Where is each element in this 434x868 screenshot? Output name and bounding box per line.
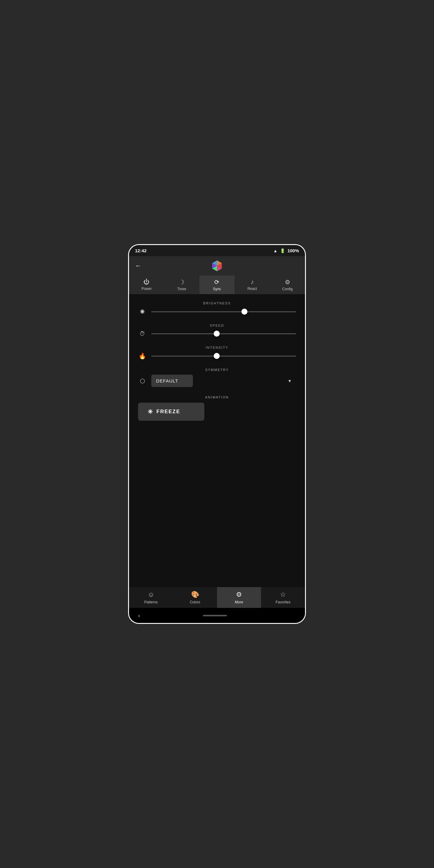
main-content: BRIGHTNESS ✺ SPEED ⏱ INTENSITY 🔥 SYMMETR xyxy=(129,294,305,587)
colors-label: Colors xyxy=(190,600,200,604)
intensity-control: INTENSITY 🔥 xyxy=(138,346,296,360)
speed-icon: ⏱ xyxy=(138,330,147,337)
symmetry-dropdown-wrapper: DEFAULT NONE HORIZONTAL VERTICAL QUAD ▼ xyxy=(151,375,296,387)
brightness-icon: ✺ xyxy=(138,308,147,315)
battery-percent: 100% xyxy=(287,248,299,253)
intensity-slider-row: 🔥 xyxy=(138,352,296,360)
top-nav: ← xyxy=(129,256,305,276)
bottom-nav: ☺ Patterns 🎨 Colors ⚙ More ☆ Favorites xyxy=(129,587,305,608)
sync-icon: ⟳ xyxy=(214,278,219,286)
intensity-label: INTENSITY xyxy=(138,346,296,349)
back-button[interactable]: ← xyxy=(135,262,142,270)
brightness-slider[interactable] xyxy=(151,311,296,312)
tab-power-label: Power xyxy=(141,287,152,291)
tab-timer[interactable]: ☽ Timer xyxy=(164,276,199,294)
bottom-nav-more[interactable]: ⚙ More xyxy=(217,587,261,608)
animation-label: ANIMATION xyxy=(138,396,296,399)
freeze-label: FREEZE xyxy=(156,409,180,415)
system-back-icon[interactable]: ‹ xyxy=(138,612,140,619)
tab-power[interactable]: ⏻ Power xyxy=(129,276,164,294)
intensity-slider[interactable] xyxy=(151,355,296,356)
symmetry-control: SYMMETRY ⬡ DEFAULT NONE HORIZONTAL VERTI… xyxy=(138,368,296,387)
symmetry-dropdown-row: ⬡ DEFAULT NONE HORIZONTAL VERTICAL QUAD … xyxy=(138,375,296,387)
tab-react[interactable]: ♪ React xyxy=(235,276,270,294)
brightness-slider-row: ✺ xyxy=(138,308,296,315)
battery-icon: 🔋 xyxy=(280,248,285,253)
config-icon: ⚙ xyxy=(285,278,290,286)
home-indicator[interactable] xyxy=(203,615,227,616)
patterns-label: Patterns xyxy=(144,600,158,604)
patterns-icon: ☺ xyxy=(148,591,154,598)
tab-react-label: React xyxy=(247,287,257,291)
symmetry-label: SYMMETRY xyxy=(138,368,296,372)
more-label: More xyxy=(235,600,243,604)
status-time: 12:42 xyxy=(135,248,147,253)
tab-timer-label: Timer xyxy=(177,287,186,291)
favorites-icon: ☆ xyxy=(280,591,286,598)
speed-slider-row: ⏱ xyxy=(138,330,296,337)
brightness-control: BRIGHTNESS ✺ xyxy=(138,301,296,315)
timer-icon: ☽ xyxy=(179,278,184,286)
app-logo xyxy=(210,259,224,273)
speed-label: SPEED xyxy=(138,324,296,327)
status-right: ▲ 🔋 100% xyxy=(273,248,299,253)
freeze-icon: ✳ xyxy=(148,408,153,415)
brightness-label: BRIGHTNESS xyxy=(138,301,296,305)
power-icon: ⏻ xyxy=(144,278,150,285)
wifi-icon: ▲ xyxy=(273,248,278,253)
intensity-icon: 🔥 xyxy=(138,352,147,360)
favorites-label: Favorites xyxy=(276,600,290,604)
bottom-nav-colors[interactable]: 🎨 Colors xyxy=(173,587,217,608)
speed-slider[interactable] xyxy=(151,333,296,334)
react-icon: ♪ xyxy=(251,278,254,285)
bottom-nav-favorites[interactable]: ☆ Favorites xyxy=(261,587,305,608)
tab-sync[interactable]: ⟳ Sync xyxy=(199,276,235,294)
animation-section: ANIMATION ✳ FREEZE xyxy=(138,396,296,421)
symmetry-select[interactable]: DEFAULT NONE HORIZONTAL VERTICAL QUAD xyxy=(151,375,193,387)
tab-config[interactable]: ⚙ Config xyxy=(270,276,305,294)
phone-frame: 12:42 ▲ 🔋 100% ← ⏻ Power ☽ Timer xyxy=(128,244,306,624)
bottom-nav-patterns[interactable]: ☺ Patterns xyxy=(129,587,173,608)
colors-icon: 🎨 xyxy=(191,591,199,598)
system-nav: ‹ xyxy=(129,608,305,623)
status-bar: 12:42 ▲ 🔋 100% xyxy=(129,245,305,256)
dropdown-arrow-icon: ▼ xyxy=(287,378,292,383)
tab-sync-label: Sync xyxy=(213,287,221,291)
more-icon: ⚙ xyxy=(236,591,242,598)
speed-control: SPEED ⏱ xyxy=(138,324,296,337)
tab-bar: ⏻ Power ☽ Timer ⟳ Sync ♪ React ⚙ Config xyxy=(129,276,305,294)
freeze-button[interactable]: ✳ FREEZE xyxy=(138,403,204,421)
symmetry-icon: ⬡ xyxy=(138,377,147,384)
tab-config-label: Config xyxy=(282,287,293,291)
